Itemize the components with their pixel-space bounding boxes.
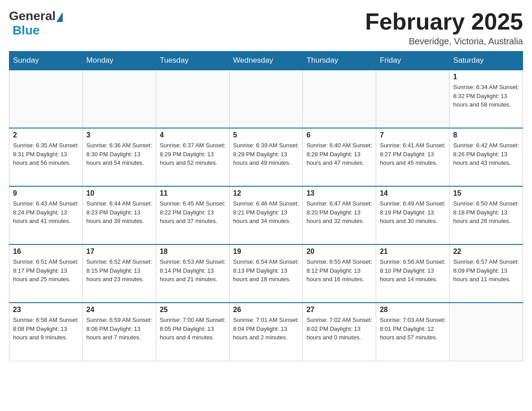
calendar-cell: 6Sunrise: 6:40 AM Sunset: 8:28 PM Daylig… — [303, 128, 376, 186]
calendar-cell: 3Sunrise: 6:36 AM Sunset: 8:30 PM Daylig… — [82, 128, 156, 186]
day-number: 1 — [453, 73, 519, 81]
calendar-cell: 20Sunrise: 6:55 AM Sunset: 8:12 PM Dayli… — [303, 244, 376, 303]
calendar-cell: 26Sunrise: 7:01 AM Sunset: 8:04 PM Dayli… — [229, 303, 303, 361]
calendar-cell: 12Sunrise: 6:46 AM Sunset: 8:21 PM Dayli… — [229, 186, 303, 244]
day-info: Sunrise: 6:58 AM Sunset: 8:08 PM Dayligh… — [13, 316, 79, 342]
day-info: Sunrise: 6:55 AM Sunset: 8:12 PM Dayligh… — [306, 257, 372, 284]
day-number: 20 — [306, 248, 372, 256]
day-info: Sunrise: 6:56 AM Sunset: 8:10 PM Dayligh… — [380, 257, 446, 284]
day-number: 24 — [86, 306, 152, 314]
day-info: Sunrise: 6:44 AM Sunset: 8:23 PM Dayligh… — [86, 199, 152, 226]
calendar-cell: 28Sunrise: 7:03 AM Sunset: 8:01 PM Dayli… — [376, 303, 450, 361]
calendar-cell: 17Sunrise: 6:52 AM Sunset: 8:15 PM Dayli… — [82, 244, 156, 303]
day-number: 11 — [160, 189, 226, 197]
location: Beveridge, Victoria, Australia — [365, 36, 523, 47]
day-info: Sunrise: 6:53 AM Sunset: 8:14 PM Dayligh… — [160, 257, 226, 284]
day-number: 28 — [380, 306, 446, 314]
calendar-day-header: Thursday — [303, 51, 376, 70]
calendar-cell: 8Sunrise: 6:42 AM Sunset: 8:26 PM Daylig… — [450, 128, 523, 186]
day-number: 25 — [160, 306, 226, 314]
day-number: 9 — [13, 189, 79, 197]
day-info: Sunrise: 6:47 AM Sunset: 8:20 PM Dayligh… — [306, 199, 372, 226]
calendar-cell: 23Sunrise: 6:58 AM Sunset: 8:08 PM Dayli… — [9, 303, 83, 361]
calendar-day-header: Sunday — [9, 51, 83, 70]
calendar-day-header: Friday — [376, 51, 450, 70]
day-number: 16 — [13, 248, 79, 256]
calendar-cell: 19Sunrise: 6:54 AM Sunset: 8:13 PM Dayli… — [229, 244, 303, 303]
day-number: 3 — [86, 131, 152, 139]
day-number: 26 — [233, 306, 299, 314]
calendar-cell: 7Sunrise: 6:41 AM Sunset: 8:27 PM Daylig… — [376, 128, 450, 186]
calendar-cell: 4Sunrise: 6:37 AM Sunset: 8:29 PM Daylig… — [156, 128, 229, 186]
calendar-cell — [303, 70, 376, 128]
calendar-cell: 13Sunrise: 6:47 AM Sunset: 8:20 PM Dayli… — [303, 186, 376, 244]
day-number: 18 — [160, 248, 226, 256]
calendar-cell: 2Sunrise: 6:35 AM Sunset: 8:31 PM Daylig… — [9, 128, 83, 186]
logo-general: General — [9, 9, 56, 23]
day-info: Sunrise: 6:49 AM Sunset: 8:19 PM Dayligh… — [380, 199, 446, 226]
calendar-cell: 21Sunrise: 6:56 AM Sunset: 8:10 PM Dayli… — [376, 244, 450, 303]
day-info: Sunrise: 7:02 AM Sunset: 8:02 PM Dayligh… — [306, 316, 372, 342]
day-info: Sunrise: 6:41 AM Sunset: 8:27 PM Dayligh… — [380, 141, 446, 167]
calendar-cell — [229, 70, 303, 128]
calendar-cell: 24Sunrise: 6:59 AM Sunset: 8:06 PM Dayli… — [82, 303, 156, 361]
day-info: Sunrise: 6:42 AM Sunset: 8:26 PM Dayligh… — [453, 141, 519, 167]
calendar-day-header: Saturday — [450, 51, 523, 70]
day-info: Sunrise: 6:36 AM Sunset: 8:30 PM Dayligh… — [86, 141, 152, 167]
calendar-cell: 18Sunrise: 6:53 AM Sunset: 8:14 PM Dayli… — [156, 244, 229, 303]
day-number: 7 — [380, 131, 446, 139]
calendar-cell: 11Sunrise: 6:45 AM Sunset: 8:22 PM Dayli… — [156, 186, 229, 244]
calendar-cell — [156, 70, 229, 128]
day-info: Sunrise: 6:50 AM Sunset: 8:18 PM Dayligh… — [453, 199, 519, 226]
page-header: General Blue February 2025 Beveridge, Vi… — [9, 9, 523, 47]
calendar: SundayMondayTuesdayWednesdayThursdayFrid… — [9, 51, 523, 361]
day-info: Sunrise: 6:43 AM Sunset: 8:24 PM Dayligh… — [13, 199, 79, 226]
day-info: Sunrise: 6:59 AM Sunset: 8:06 PM Dayligh… — [86, 316, 152, 342]
calendar-day-header: Wednesday — [229, 51, 303, 70]
calendar-week-row: 9Sunrise: 6:43 AM Sunset: 8:24 PM Daylig… — [9, 186, 523, 244]
logo-blue: Blue — [13, 23, 40, 38]
calendar-cell: 15Sunrise: 6:50 AM Sunset: 8:18 PM Dayli… — [450, 186, 523, 244]
day-info: Sunrise: 6:54 AM Sunset: 8:13 PM Dayligh… — [233, 257, 299, 284]
calendar-cell: 14Sunrise: 6:49 AM Sunset: 8:19 PM Dayli… — [376, 186, 450, 244]
day-number: 4 — [160, 131, 226, 139]
calendar-week-row: 1Sunrise: 6:34 AM Sunset: 8:32 PM Daylig… — [9, 70, 523, 128]
calendar-day-header: Tuesday — [156, 51, 229, 70]
calendar-week-row: 23Sunrise: 6:58 AM Sunset: 8:08 PM Dayli… — [9, 303, 523, 361]
day-number: 22 — [453, 248, 519, 256]
calendar-cell: 16Sunrise: 6:51 AM Sunset: 8:17 PM Dayli… — [9, 244, 83, 303]
day-info: Sunrise: 6:39 AM Sunset: 8:29 PM Dayligh… — [233, 141, 299, 167]
day-info: Sunrise: 6:45 AM Sunset: 8:22 PM Dayligh… — [160, 199, 226, 226]
day-number: 10 — [86, 189, 152, 197]
calendar-cell: 27Sunrise: 7:02 AM Sunset: 8:02 PM Dayli… — [303, 303, 376, 361]
day-info: Sunrise: 6:52 AM Sunset: 8:15 PM Dayligh… — [86, 257, 152, 284]
day-number: 6 — [306, 131, 372, 139]
day-info: Sunrise: 6:46 AM Sunset: 8:21 PM Dayligh… — [233, 199, 299, 226]
calendar-day-header: Monday — [82, 51, 156, 70]
day-number: 13 — [306, 189, 372, 197]
day-info: Sunrise: 6:51 AM Sunset: 8:17 PM Dayligh… — [13, 257, 79, 284]
day-number: 21 — [380, 248, 446, 256]
title-section: February 2025 Beveridge, Victoria, Austr… — [365, 9, 523, 47]
day-number: 5 — [233, 131, 299, 139]
day-info: Sunrise: 6:40 AM Sunset: 8:28 PM Dayligh… — [306, 141, 372, 167]
calendar-cell — [376, 70, 450, 128]
calendar-cell: 9Sunrise: 6:43 AM Sunset: 8:24 PM Daylig… — [9, 186, 83, 244]
calendar-cell — [9, 70, 83, 128]
logo: General Blue — [9, 9, 63, 38]
calendar-header-row: SundayMondayTuesdayWednesdayThursdayFrid… — [9, 51, 523, 70]
day-info: Sunrise: 6:34 AM Sunset: 8:32 PM Dayligh… — [453, 83, 519, 109]
day-info: Sunrise: 6:35 AM Sunset: 8:31 PM Dayligh… — [13, 141, 79, 167]
calendar-week-row: 2Sunrise: 6:35 AM Sunset: 8:31 PM Daylig… — [9, 128, 523, 186]
day-number: 17 — [86, 248, 152, 256]
day-number: 23 — [13, 306, 79, 314]
day-number: 19 — [233, 248, 299, 256]
day-number: 12 — [233, 189, 299, 197]
calendar-week-row: 16Sunrise: 6:51 AM Sunset: 8:17 PM Dayli… — [9, 244, 523, 303]
calendar-cell — [450, 303, 523, 361]
calendar-cell: 1Sunrise: 6:34 AM Sunset: 8:32 PM Daylig… — [450, 70, 523, 128]
day-number: 8 — [453, 131, 519, 139]
day-number: 27 — [306, 306, 372, 314]
calendar-cell: 5Sunrise: 6:39 AM Sunset: 8:29 PM Daylig… — [229, 128, 303, 186]
month-title: February 2025 — [365, 9, 523, 34]
